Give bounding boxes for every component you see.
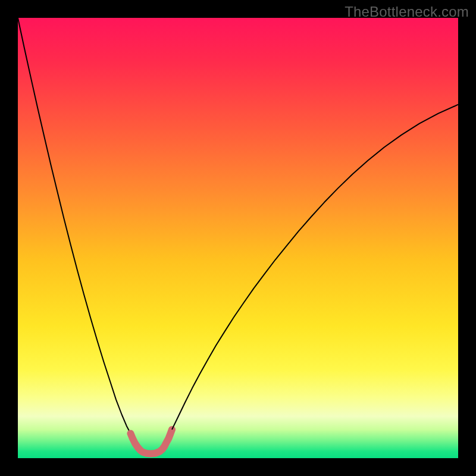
watermark-text: TheBottleneck.com <box>345 4 469 20</box>
bottleneck-chart <box>0 0 476 476</box>
plot-background <box>18 18 458 458</box>
chart-frame: TheBottleneck.com <box>0 0 476 476</box>
